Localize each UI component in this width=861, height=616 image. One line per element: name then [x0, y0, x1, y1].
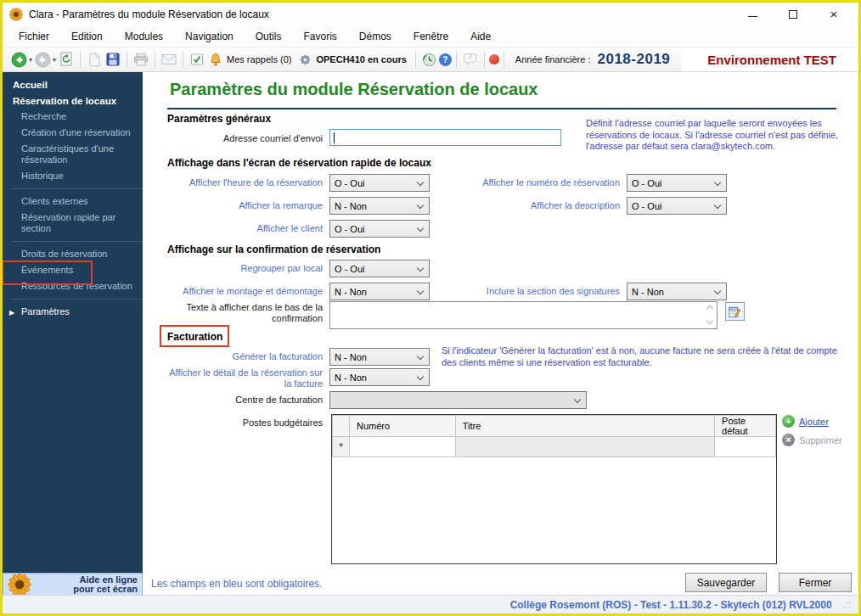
refresh-icon[interactable]	[58, 51, 75, 68]
sidebar-item-caracteristiques-reservation[interactable]: Caractéristiques d'une réservation	[3, 141, 143, 168]
supprimer-link[interactable]: Supprimer	[799, 435, 842, 445]
signatures-select[interactable]: N - Non	[627, 283, 727, 300]
feedback-bubble-icon[interactable]: ?	[462, 51, 479, 68]
menu-edition[interactable]: Edition	[60, 26, 114, 47]
generer-facturation-note: Si l'indicateur 'Générer la facturation'…	[442, 345, 849, 368]
menu-fichier[interactable]: Fichier	[8, 26, 60, 47]
chevron-down-icon	[714, 202, 721, 209]
fiscal-year-value[interactable]: 2018-2019	[598, 51, 671, 68]
detail-facture-select[interactable]: N - Non	[329, 368, 430, 386]
montage-demontage-select[interactable]: N - Non	[329, 283, 430, 300]
description-select[interactable]: O - Oui	[627, 197, 727, 215]
section-confirmation: Affichage sur la confirmation de réserva…	[167, 244, 380, 255]
menu-demos[interactable]: Démos	[348, 26, 402, 47]
help-icon[interactable]: ?	[439, 53, 452, 66]
save-icon[interactable]	[104, 51, 121, 68]
supprimer-action[interactable]: × Supprimer	[782, 434, 842, 446]
sidebar-item-reservation-rapide[interactable]: Réservation rapide par section	[3, 210, 143, 237]
cell-titre[interactable]	[455, 437, 714, 457]
back-dropdown-caret[interactable]: ▾	[29, 56, 32, 64]
record-status-icon[interactable]	[489, 54, 499, 64]
column-numero[interactable]: Numéro	[349, 416, 455, 437]
close-button[interactable]: ×	[828, 8, 840, 20]
chevron-down-icon	[417, 265, 424, 272]
ajouter-link[interactable]: Ajouter	[799, 417, 829, 427]
reminders-label[interactable]: Mes rappels (0)	[227, 54, 291, 64]
forward-icon[interactable]	[34, 51, 51, 68]
scroll-down-icon[interactable]	[706, 317, 712, 324]
fermer-button[interactable]: Fermer	[779, 573, 852, 592]
column-titre[interactable]: Titre	[455, 416, 714, 437]
mandatory-fields-note: Les champs en bleu sont obligatoires.	[151, 578, 322, 590]
menu-aide[interactable]: Aide	[459, 26, 502, 47]
menu-fenetre[interactable]: Fenêtre	[402, 26, 459, 47]
sidebar-divider	[11, 299, 143, 300]
client-select[interactable]: O - Oui	[329, 220, 430, 238]
forward-dropdown-caret[interactable]: ▾	[53, 56, 56, 64]
numero-reservation-select[interactable]: O - Oui	[627, 174, 727, 192]
chevron-down-icon	[574, 396, 581, 403]
scroll-up-icon[interactable]	[706, 305, 712, 312]
column-poste-defaut[interactable]: Poste défaut	[715, 416, 776, 437]
window-controls: ×	[746, 8, 852, 20]
history-clock-icon[interactable]	[421, 51, 438, 68]
cell-numero[interactable]	[349, 437, 455, 457]
sidebar-item-creation-reservation[interactable]: Création d'une réservation	[3, 125, 143, 141]
sidebar-item-parametres[interactable]: ▶ Paramètres	[3, 304, 143, 320]
textarea-scrollbar[interactable]	[704, 304, 715, 328]
resize-grip[interactable]: .::	[842, 600, 852, 609]
ajouter-action[interactable]: + Ajouter	[782, 415, 829, 428]
minimize-button[interactable]	[746, 8, 758, 20]
back-icon[interactable]	[10, 51, 27, 68]
regrouper-local-select[interactable]: O - Oui	[329, 260, 430, 277]
adresse-courriel-input[interactable]	[329, 129, 561, 146]
texte-bas-edit-button[interactable]	[725, 302, 745, 321]
section-affichage-rapide: Affichage dans l'écran de réservation ra…	[167, 157, 431, 169]
email-icon[interactable]	[160, 51, 177, 68]
delete-x-icon: ×	[782, 434, 795, 446]
maximize-button[interactable]	[787, 8, 799, 20]
print-icon[interactable]	[132, 51, 149, 68]
chevron-down-icon	[714, 288, 721, 294]
sidebar-item-accueil[interactable]: Accueil	[3, 76, 143, 92]
active-item-arrow-icon: ▶	[9, 307, 14, 318]
sidebar-item-ressources-reservation[interactable]: Ressources de réservation	[3, 278, 143, 294]
grid-new-row: *	[333, 437, 776, 457]
sidebar-item-recherche[interactable]: Recherche	[3, 109, 143, 125]
menu-modules[interactable]: Modules	[114, 26, 174, 47]
process-gear-icon[interactable]	[296, 51, 313, 68]
remarque-select[interactable]: N - Non	[329, 197, 430, 215]
cell-poste-defaut[interactable]	[715, 437, 776, 457]
sidebar-item-droits-reservation[interactable]: Droits de réservation	[3, 246, 143, 262]
centre-facturation-select[interactable]	[329, 391, 587, 409]
clara-sunflower-icon	[9, 8, 23, 21]
sidebar-item-historique[interactable]: Historique	[3, 168, 143, 184]
add-plus-icon: +	[782, 415, 795, 428]
detail-facture-label: Afficher le détail de la réservation sur…	[167, 367, 323, 389]
sidebar-item-clients-externes[interactable]: Clients externes	[3, 193, 143, 210]
chevron-down-icon	[417, 373, 424, 380]
chevron-down-icon	[417, 179, 424, 186]
sidebar-item-evenements[interactable]: Événements	[3, 262, 143, 278]
page-title: Paramètres du module Réservation de loca…	[170, 80, 538, 99]
menu-outils[interactable]: Outils	[245, 26, 293, 47]
centre-facturation-label: Centre de facturation	[167, 395, 323, 406]
svg-text:?: ?	[469, 54, 472, 62]
sauvegarder-button[interactable]: Sauvegarder	[685, 573, 767, 592]
menu-favoris[interactable]: Favoris	[292, 26, 347, 47]
menu-bar: Fichier Edition Modules Navigation Outil…	[3, 25, 858, 48]
generer-facturation-select[interactable]: N - Non	[329, 348, 430, 366]
menu-navigation[interactable]: Navigation	[174, 26, 245, 47]
toolbar-separator	[155, 51, 155, 68]
tasks-check-icon[interactable]	[189, 51, 205, 68]
heure-reservation-select[interactable]: O - Oui	[329, 174, 430, 192]
texte-bas-label: Texte à afficher dans le bas de la confi…	[167, 302, 323, 324]
application-window: Clara - Paramètres du module Réservation…	[0, 0, 861, 616]
texte-bas-textarea[interactable]	[329, 301, 718, 329]
sidebar-item-reservation-de-locaux[interactable]: Réservation de locaux	[3, 92, 143, 109]
process-status-label[interactable]: OPECH410 en cours	[316, 54, 406, 64]
online-help-box[interactable]: Aide en ligne pour cet écran	[3, 573, 143, 596]
status-bar: Collège Rosemont (ROS) - Test - 1.11.30.…	[3, 595, 858, 613]
reminders-bell-icon[interactable]	[207, 51, 224, 68]
new-document-icon[interactable]	[86, 51, 103, 68]
